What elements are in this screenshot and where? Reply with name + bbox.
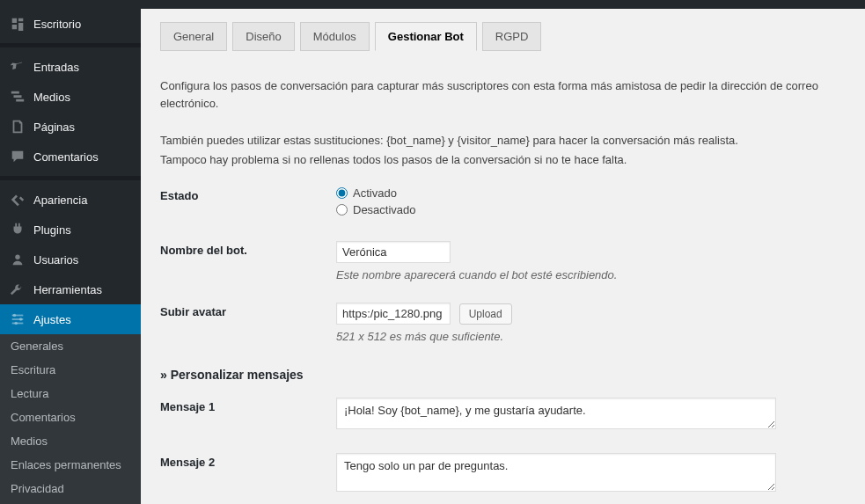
sidebar-item-posts[interactable]: Entradas	[0, 52, 141, 82]
msg2-label: Mensaje 2	[160, 453, 336, 469]
intro-p3: Tampoco hay problema si no rellenas todo…	[160, 151, 846, 169]
sidebar-item-dashboard[interactable]: Escritorio	[0, 9, 141, 39]
estado-label: Estado	[160, 186, 336, 202]
comment-icon	[9, 148, 26, 165]
botname-label: Nombre del bot.	[160, 241, 336, 257]
avatar-input[interactable]	[336, 303, 451, 325]
sidebar-item-comments[interactable]: Comentarios	[0, 142, 141, 172]
botname-hint: Este nombre aparecerá cuando el bot esté…	[336, 268, 846, 281]
sidebar-item-plugins[interactable]: Plugins	[0, 215, 141, 245]
sidebar-item-media[interactable]: Medios	[0, 82, 141, 112]
upload-button[interactable]: Upload	[459, 303, 512, 325]
main-content: General Diseño Módulos Gestionar Bot RGP…	[141, 9, 865, 504]
submenu-privacidad[interactable]: Privacidad	[0, 477, 141, 500]
settings-submenu: Generales Escritura Lectura Comentarios …	[0, 334, 141, 504]
sidebar-item-label: Usuarios	[33, 253, 78, 267]
estado-activado-label: Activado	[353, 186, 397, 200]
tab-modulos[interactable]: Módulos	[300, 22, 370, 51]
sidebar-item-pages[interactable]: Páginas	[0, 112, 141, 142]
msg2-textarea[interactable]	[336, 453, 776, 492]
estado-desactivado-row[interactable]: Desactivado	[336, 203, 846, 216]
botname-input[interactable]	[336, 241, 451, 263]
sidebar-separator	[0, 43, 141, 47]
msg1-textarea[interactable]	[336, 398, 776, 429]
estado-desactivado-radio[interactable]	[336, 204, 348, 215]
tab-general[interactable]: General	[160, 22, 227, 51]
sidebar-separator	[0, 176, 141, 180]
sidebar-item-label: Apariencia	[33, 194, 87, 207]
plugin-icon	[9, 221, 26, 238]
tab-rgpd[interactable]: RGPD	[482, 22, 542, 51]
page-icon	[9, 118, 26, 135]
avatar-label: Subir avatar	[160, 303, 336, 318]
svg-point-5	[19, 318, 23, 321]
submenu-lectura[interactable]: Lectura	[0, 382, 141, 405]
svg-point-4	[13, 314, 17, 318]
estado-activado-row[interactable]: Activado	[336, 186, 846, 200]
msg1-label: Mensaje 1	[160, 398, 336, 413]
sidebar-item-appearance[interactable]: Apariencia	[0, 185, 141, 215]
svg-point-0	[15, 255, 19, 259]
tab-diseno[interactable]: Diseño	[232, 22, 294, 51]
avatar-hint: 521 x 512 es más que suficiente.	[336, 330, 846, 343]
admin-topbar	[0, 0, 865, 9]
sidebar-item-label: Comentarios	[33, 150, 99, 164]
intro-p2: También puedes utilizar estas sustitucio…	[160, 132, 846, 150]
sidebar-item-label: Medios	[33, 91, 70, 104]
settings-icon	[9, 310, 26, 328]
sidebar-item-label: Páginas	[33, 121, 75, 134]
sidebar-item-settings[interactable]: Ajustes	[0, 304, 141, 334]
sidebar-item-tools[interactable]: Herramientas	[0, 274, 141, 304]
appearance-icon	[9, 191, 26, 208]
tools-icon	[9, 281, 26, 298]
intro-p1: Configura los pasos de conversación para…	[160, 77, 846, 112]
submenu-301redirects[interactable]: 301 Redirects	[0, 500, 141, 504]
svg-point-6	[14, 322, 18, 325]
intro-text: Configura los pasos de conversación para…	[160, 77, 846, 169]
sidebar-item-users[interactable]: Usuarios	[0, 245, 141, 274]
submenu-medios[interactable]: Medios	[0, 429, 141, 453]
personalizar-mensajes-title: » Personalizar mensajes	[160, 368, 846, 382]
pin-icon	[9, 58, 26, 76]
submenu-comentarios[interactable]: Comentarios	[0, 405, 141, 429]
users-icon	[9, 251, 26, 268]
tab-gestionar-bot[interactable]: Gestionar Bot	[375, 22, 477, 51]
admin-sidebar: Escritorio Entradas Medios Páginas Comen…	[0, 9, 141, 504]
estado-activado-radio[interactable]	[336, 187, 348, 199]
tabs: General Diseño Módulos Gestionar Bot RGP…	[160, 22, 846, 51]
estado-desactivado-label: Desactivado	[353, 203, 416, 216]
dashboard-icon	[9, 15, 26, 33]
submenu-enlaces[interactable]: Enlaces permanentes	[0, 453, 141, 477]
sidebar-item-label: Entradas	[33, 61, 79, 74]
media-icon	[9, 88, 26, 106]
sidebar-item-label: Plugins	[33, 223, 71, 237]
sidebar-item-label: Ajustes	[33, 313, 71, 326]
submenu-escritura[interactable]: Escritura	[0, 358, 141, 382]
sidebar-item-label: Herramientas	[33, 283, 102, 296]
submenu-generales[interactable]: Generales	[0, 334, 141, 358]
sidebar-item-label: Escritorio	[33, 18, 81, 31]
